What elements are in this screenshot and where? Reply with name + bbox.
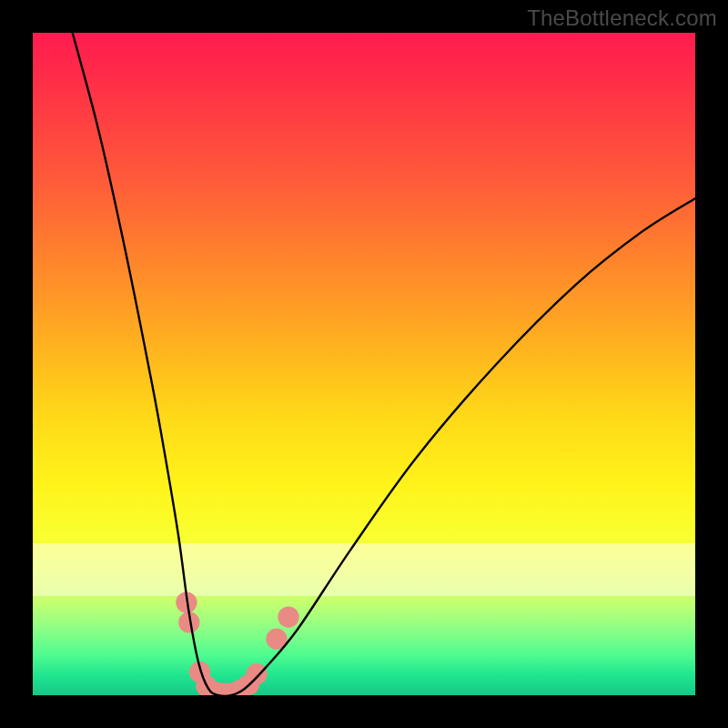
plot-area [33, 33, 695, 695]
watermark-text: TheBottleneck.com [527, 5, 717, 31]
chart-frame: TheBottleneck.com [0, 0, 728, 728]
marker-dot [278, 606, 298, 627]
marker-dot [246, 663, 267, 684]
curve-svg [33, 33, 695, 695]
bottleneck-curve-path [73, 33, 695, 695]
